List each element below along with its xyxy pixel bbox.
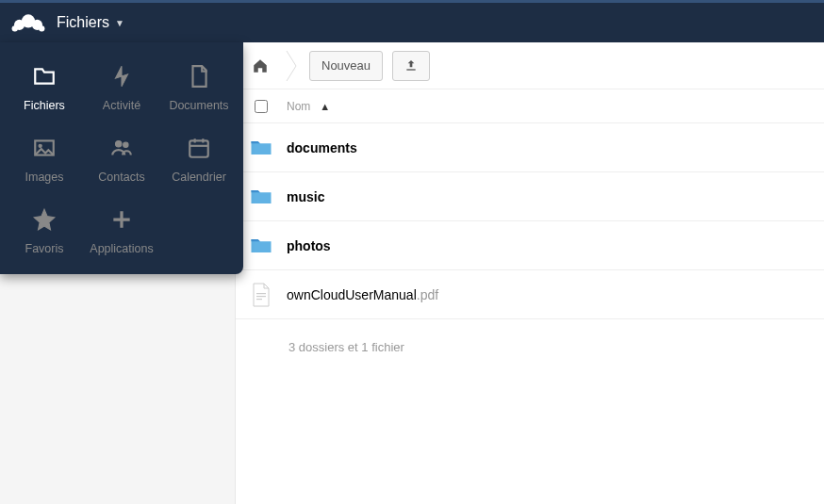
star-icon (31, 206, 58, 233)
svg-rect-10 (406, 69, 415, 70)
appnav-item-calendrier[interactable]: Calendrier (160, 135, 238, 184)
activity-icon (108, 63, 135, 89)
appnav-item-applications[interactable]: Applications (83, 206, 160, 255)
svg-rect-12 (256, 296, 266, 297)
file-row-folder[interactable]: music (236, 172, 824, 221)
file-icon (236, 282, 287, 308)
file-row-file[interactable]: ownCloudUserManual.pdf (236, 270, 824, 319)
svg-rect-13 (256, 299, 262, 300)
select-all-checkbox[interactable] (255, 100, 268, 113)
images-icon (31, 135, 58, 161)
appnav-item-favoris[interactable]: Favoris (6, 206, 83, 255)
svg-point-4 (39, 25, 44, 31)
svg-rect-11 (256, 293, 266, 294)
breadcrumb-home[interactable] (247, 53, 273, 79)
sort-asc-icon: ▲ (320, 101, 330, 112)
appnav-label: Calendrier (172, 171, 226, 184)
appnav-label: Documents (169, 99, 228, 112)
calendar-icon (186, 135, 212, 161)
contacts-icon (108, 135, 135, 161)
sort-by-name[interactable]: Nom ▲ (287, 100, 824, 113)
chevron-down-icon: ▼ (115, 18, 124, 28)
file-list-summary: 3 dossiers et 1 fichier (236, 319, 824, 354)
appnav-item-images[interactable]: Images (6, 135, 83, 184)
app-name-label: Fichiers (57, 14, 109, 31)
appnav-label: Fichiers (24, 99, 65, 112)
appnav-label: Images (25, 171, 64, 184)
toolbar: Nouveau (236, 42, 824, 89)
plus-icon (108, 206, 135, 233)
home-icon (252, 57, 269, 74)
appnav-label: Favoris (25, 242, 64, 255)
files-icon (31, 63, 58, 89)
svg-point-3 (12, 25, 18, 31)
top-bar: Fichiers ▼ (0, 0, 824, 42)
main-content: Nouveau Nom ▲ documents music photos (236, 42, 824, 504)
appnav-item-documents[interactable]: Documents (160, 63, 238, 112)
file-list-header: Nom ▲ (236, 89, 824, 123)
column-header-name: Nom (287, 100, 310, 113)
svg-rect-9 (190, 140, 208, 156)
svg-point-6 (39, 144, 41, 147)
folder-icon (236, 135, 287, 161)
app-navigation-menu: Fichiers Activité Documents Images Cont (0, 42, 243, 274)
appnav-label: Contacts (98, 171, 144, 184)
owncloud-icon (10, 11, 46, 34)
appnav-item-fichiers[interactable]: Fichiers (6, 63, 83, 112)
file-row-folder[interactable]: photos (236, 221, 824, 270)
new-button[interactable]: Nouveau (309, 51, 383, 81)
svg-point-8 (124, 142, 128, 147)
appnav-item-activite[interactable]: Activité (83, 63, 160, 112)
svg-point-7 (116, 140, 123, 147)
folder-icon (236, 184, 287, 210)
file-row-folder[interactable]: documents (236, 123, 824, 172)
appnav-label: Applications (90, 242, 153, 255)
new-button-label: Nouveau (321, 58, 371, 73)
document-icon (186, 63, 212, 89)
app-logo[interactable] (0, 11, 57, 34)
appnav-item-contacts[interactable]: Contacts (83, 135, 160, 184)
app-menu-trigger[interactable]: Fichiers ▼ (57, 14, 124, 31)
folder-icon (236, 233, 287, 259)
upload-icon (404, 58, 419, 73)
upload-button[interactable] (392, 51, 430, 81)
breadcrumb-separator (283, 50, 300, 82)
appnav-label: Activité (103, 99, 140, 112)
